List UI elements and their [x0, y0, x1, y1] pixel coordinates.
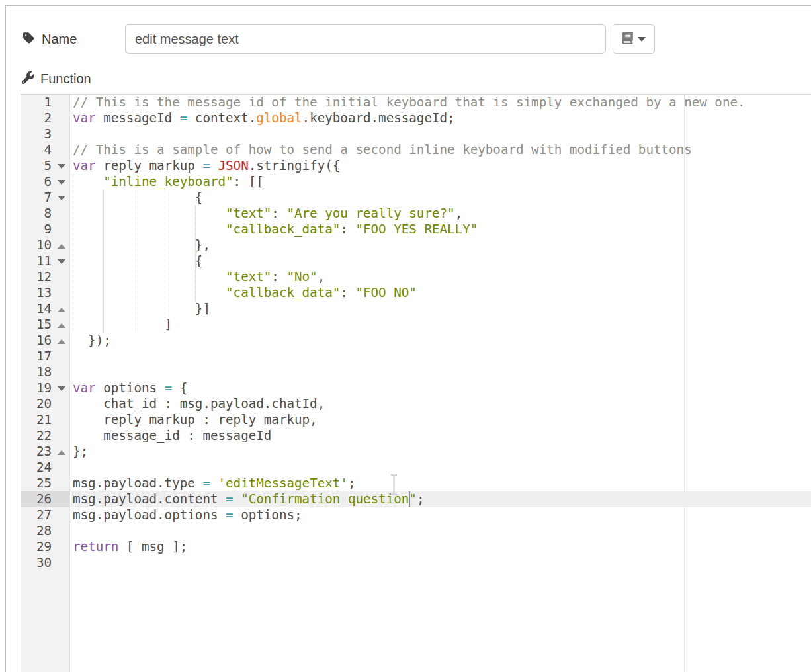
code-line-5[interactable]: var reply_markup = JSON.stringify({: [73, 158, 811, 174]
code-line-8[interactable]: "text": "Are you really sure?",: [73, 206, 811, 222]
code-token: .keyboard.messageId;: [302, 110, 455, 126]
code-token: :: [271, 206, 286, 221]
code-line-24[interactable]: [73, 460, 811, 476]
code-line-22[interactable]: message_id : messageId: [73, 428, 811, 444]
code-line-2[interactable]: var messageId = context.global.keyboard.…: [73, 110, 811, 126]
code-token: [73, 174, 103, 189]
line-number: 28: [36, 523, 52, 538]
code-token: chat_id : msg.payload.chatId,: [73, 396, 325, 411]
gutter-line-3: 3: [21, 126, 69, 142]
code-pane[interactable]: // This is the message id of the initial…: [71, 95, 811, 571]
code-token: "FOO NO": [355, 285, 416, 300]
gutter-line-24: 24: [21, 460, 69, 476]
code-token: {: [73, 190, 202, 205]
code-token: ;: [348, 476, 356, 491]
code-token: JSON: [218, 158, 249, 173]
code-token: [73, 222, 226, 237]
code-token: options;: [234, 507, 302, 523]
gutter-line-28: 28: [21, 523, 69, 539]
name-input[interactable]: [125, 24, 606, 54]
code-line-13[interactable]: "callback_data": "FOO NO": [73, 285, 811, 301]
fold-close-icon[interactable]: [58, 323, 65, 328]
code-token: }]: [73, 301, 210, 316]
wrench-icon: [22, 71, 34, 87]
fold-open-icon[interactable]: [58, 196, 65, 200]
gutter-line-11: 11: [21, 253, 69, 269]
fold-close-icon[interactable]: [58, 308, 65, 312]
library-button[interactable]: [613, 24, 655, 54]
code-line-25[interactable]: msg.payload.type = 'editMessageText';: [73, 476, 811, 491]
code-token: return: [73, 539, 118, 554]
code-line-14[interactable]: }]: [73, 301, 811, 317]
code-line-17[interactable]: [73, 349, 811, 364]
code-token: [73, 269, 226, 284]
code-line-1[interactable]: // This is the message id of the initial…: [73, 95, 811, 110]
editor-gutter: 1234567891011121314151617181920212223242…: [21, 95, 70, 672]
code-token: .stringify({: [249, 158, 341, 173]
code-line-11[interactable]: {: [73, 253, 811, 269]
line-number: 3: [44, 126, 52, 142]
code-line-9[interactable]: "callback_data": "FOO YES REALLY": [73, 222, 811, 237]
code-line-26[interactable]: msg.payload.content = "Confirmation ques…: [73, 491, 811, 507]
gutter-line-23: 23: [21, 444, 69, 460]
fold-open-icon[interactable]: [58, 164, 65, 169]
gutter-line-5: 5: [21, 158, 69, 174]
line-number: 17: [36, 349, 52, 364]
code-line-10[interactable]: },: [73, 237, 811, 253]
code-line-29[interactable]: return [ msg ];: [73, 539, 811, 555]
code-token: var: [73, 158, 96, 173]
code-token: global: [256, 110, 302, 126]
text-caret: [409, 491, 410, 507]
code-token: "FOO YES REALLY": [355, 222, 478, 237]
code-line-30[interactable]: [73, 555, 811, 571]
gutter-line-6: 6: [21, 174, 69, 190]
code-token: options: [96, 380, 165, 396]
code-token: });: [73, 333, 111, 348]
fold-close-icon[interactable]: [58, 339, 65, 344]
code-line-27[interactable]: msg.payload.options = options;: [73, 507, 811, 523]
gutter-line-7: 7: [21, 190, 69, 206]
fold-open-icon[interactable]: [58, 180, 65, 185]
code-token: [234, 491, 241, 507]
gutter-line-15: 15: [21, 317, 69, 333]
code-line-20[interactable]: chat_id : msg.payload.chatId,: [73, 396, 811, 412]
code-line-15[interactable]: ]: [73, 317, 811, 333]
code-line-28[interactable]: [73, 523, 811, 539]
fold-open-icon[interactable]: [58, 259, 65, 264]
line-number: 9: [44, 222, 52, 237]
code-token: : [[: [234, 174, 264, 189]
code-token: msg.payload.content: [73, 491, 226, 507]
code-line-12[interactable]: "text": "No",: [73, 269, 811, 285]
line-number: 7: [44, 190, 52, 205]
gutter-line-12: 12: [21, 269, 69, 285]
editor-content[interactable]: // This is the message id of the initial…: [71, 95, 811, 672]
code-line-4[interactable]: // This is a sample of how to send a sec…: [73, 142, 811, 158]
line-number: 19: [36, 380, 52, 396]
code-line-23[interactable]: };: [73, 444, 811, 460]
code-line-3[interactable]: [73, 126, 811, 142]
indent-guide: [73, 174, 73, 333]
line-number: 22: [36, 428, 52, 443]
fold-close-icon[interactable]: [58, 244, 65, 249]
code-token: // This is the message id of the initial…: [73, 95, 746, 110]
gutter-line-2: 2: [21, 110, 69, 126]
fold-open-icon[interactable]: [58, 386, 65, 391]
code-token: =: [226, 491, 234, 507]
code-editor[interactable]: 1234567891011121314151617181920212223242…: [21, 94, 811, 672]
line-number: 25: [36, 476, 52, 491]
code-token: [ msg ];: [118, 539, 187, 554]
fold-close-icon[interactable]: [58, 450, 65, 455]
indent-guide: [103, 190, 104, 333]
code-line-19[interactable]: var options = {: [73, 380, 811, 396]
line-number: 26: [36, 491, 52, 507]
code-line-7[interactable]: {: [73, 190, 811, 206]
code-token: [210, 158, 218, 173]
gutter-line-26: 26: [21, 491, 69, 507]
code-line-21[interactable]: reply_markup : reply_markup,: [73, 412, 811, 428]
code-line-6[interactable]: "inline_keyboard": [[: [73, 174, 811, 190]
code-line-18[interactable]: [73, 364, 811, 380]
code-line-16[interactable]: });: [73, 333, 811, 349]
code-token: msg.payload.options: [73, 507, 226, 523]
gutter-line-16: 16: [21, 333, 69, 349]
indent-guide: [134, 190, 134, 333]
